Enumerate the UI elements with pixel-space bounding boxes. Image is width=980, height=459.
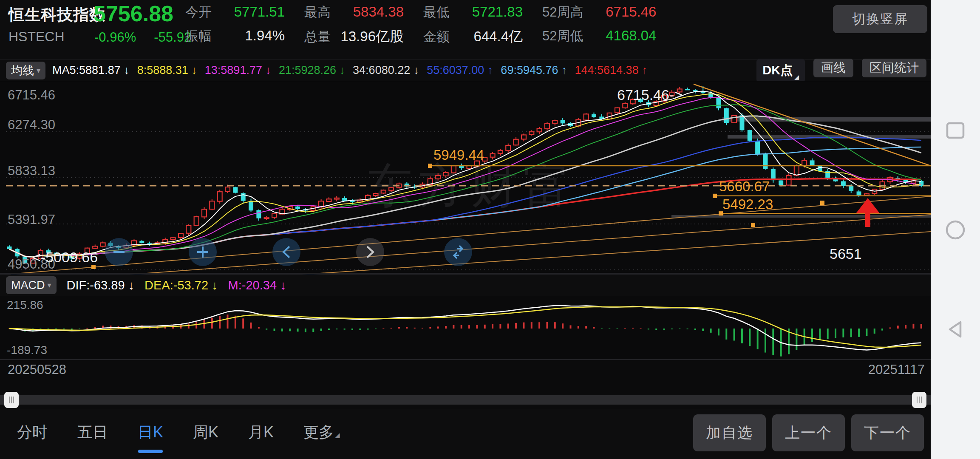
tab-label: 分时 (17, 423, 48, 441)
stat-value: 13.96亿股 (340, 27, 404, 46)
stat-value: 5834.38 (340, 4, 404, 20)
y-axis-label: 5391.97 (8, 212, 55, 227)
stat-value: 5721.83 (459, 4, 523, 20)
chevron-down-icon: ▾ (48, 280, 51, 290)
prev-button[interactable] (272, 238, 300, 266)
index-code: HSTECH (8, 29, 65, 45)
tab-周K[interactable]: 周K (193, 422, 218, 451)
stat-value: 6715.46 (592, 4, 656, 20)
last-price: 5756.88 (93, 1, 173, 26)
annotation-level-5660: 5660.67 (719, 178, 770, 195)
corner-triangle-icon: ◢ (335, 431, 340, 439)
quote-stat: 52周高6715.46 (542, 3, 656, 21)
quick-actions: 加自选上一个下一个 (693, 414, 924, 451)
ma-button-label: 均线 (11, 63, 34, 78)
stat-label: 总量 (304, 28, 331, 46)
tab-更多[interactable]: 更多◢ (303, 422, 340, 451)
macd-toolbar: MACD ▾ DIF:-63.89 ↓ DEA:-53.72 ↓ M:-20.3… (0, 274, 931, 296)
annotation-start-low: <-5009.66 (32, 249, 98, 266)
ma-legend-item: 55:6037.00 ↑ (427, 64, 493, 77)
macd-m-value: M:-20.34 ↓ (228, 278, 286, 292)
stat-value: 1.94% (221, 28, 285, 44)
macd-scale-max: 215.86 (7, 298, 43, 312)
annotation-recent-low: 5651 (830, 246, 862, 262)
tab-label: 日K (138, 423, 163, 441)
recents-square-icon[interactable] (946, 121, 965, 140)
kline-macd-canvas: 东方财富 (0, 81, 931, 360)
quote-stat: 金额644.4亿 (423, 27, 523, 46)
stat-label: 金额 (423, 28, 450, 46)
tab-label: 周K (193, 423, 218, 441)
kline-chart-area[interactable]: 东方财富 6715.46 6274.30 5833.13 5391.97 495… (0, 81, 931, 360)
range-stats-button[interactable]: 区间统计 (862, 59, 926, 77)
start-date-label: 20250528 (8, 362, 66, 377)
home-circle-icon[interactable] (946, 220, 965, 240)
stat-value: 5771.51 (221, 4, 285, 20)
ma-legend-item: 144:5614.38 ↑ (575, 64, 648, 77)
price-change: -0.96% -55.92 (94, 30, 191, 45)
indicator-select-button[interactable]: MACD ▾ (6, 276, 57, 294)
ma-legend-item: 69:5945.76 ↑ (501, 64, 567, 77)
stat-label: 最低 (423, 3, 450, 21)
scrollbar-left-handle[interactable] (4, 392, 19, 408)
macd-dea-line (9, 307, 921, 347)
ma-settings-button[interactable]: 均线 ▾ (6, 62, 45, 79)
android-nav-bar (931, 0, 980, 459)
index-name: 恒生科技指数 (8, 4, 105, 26)
rotate-screen-button[interactable]: 切换竖屏 (833, 5, 927, 33)
quote-stats-grid: 今开5771.51最高5834.38最低5721.8352周高6715.46振幅… (185, 3, 656, 46)
corner-triangle-icon: ◢ (794, 75, 799, 79)
ma-legend: MA5:5881.87 ↓8:5888.31 ↓13:5891.77 ↓21:5… (52, 64, 756, 77)
back-triangle-icon[interactable] (946, 320, 965, 339)
dk-point-button[interactable]: DK点 ◢ (756, 59, 805, 82)
period-tabs: 分时五日日K周K月K更多◢ (17, 422, 340, 451)
tab-月K[interactable]: 月K (248, 422, 274, 451)
y-axis-label: 6715.46 (8, 88, 55, 103)
quote-stat: 最低5721.83 (423, 3, 523, 21)
annotation-level-5949: 5949.44 (433, 147, 484, 163)
dk-button-label: DK点 (762, 62, 793, 79)
quote-stat: 振幅1.94% (185, 27, 285, 46)
ma-toolbar: 均线 ▾ MA5:5881.87 ↓8:5888.31 ↓13:5891.77 … (0, 60, 931, 81)
stat-value: 4168.04 (592, 28, 656, 44)
macd-dea-value: DEA:-53.72 ↓ (144, 278, 218, 292)
ma-legend-item: 34:6080.22 ↓ (353, 64, 419, 77)
tab-label: 更多 (303, 423, 334, 441)
action-button-加自选[interactable]: 加自选 (693, 414, 766, 451)
change-percent: -0.96% (94, 30, 136, 45)
quote-stat: 总量13.96亿股 (304, 27, 404, 46)
action-button-下一个[interactable]: 下一个 (851, 414, 924, 451)
ma-legend-item: 13:5891.77 ↓ (205, 64, 271, 77)
next-button[interactable] (356, 238, 384, 266)
macd-button-label: MACD (11, 279, 45, 292)
ma-legend-item: 21:5928.26 ↓ (279, 64, 345, 77)
macd-dif-value: DIF:-63.89 ↓ (67, 278, 135, 292)
stock-app-window: 恒生科技指数 HSTECH 5756.88 -0.96% -55.92 今开57… (0, 0, 980, 459)
quote-stat: 今开5771.51 (185, 3, 285, 21)
x-axis-dates: 20250528 20251117 (0, 362, 931, 383)
ma-legend-item: MA5:5881.87 ↓ (52, 64, 130, 77)
tab-分时[interactable]: 分时 (17, 422, 48, 451)
y-axis-label: 6274.30 (8, 117, 55, 133)
annotation-level-5492: 5492.23 (722, 196, 773, 212)
chart-tool-buttons: DK点 ◢ 画线 区间统计 (756, 59, 926, 82)
draw-line-button[interactable]: 画线 (813, 59, 853, 77)
annotation-peak-price: 6715.46-> (617, 87, 683, 103)
stat-label: 最高 (304, 3, 331, 21)
stat-label: 振幅 (185, 27, 212, 45)
tab-五日[interactable]: 五日 (77, 422, 108, 451)
stat-value: 644.4亿 (459, 27, 523, 46)
chevron-down-icon: ▾ (37, 66, 40, 75)
y-axis-label: 5833.13 (8, 163, 55, 178)
scrollbar-right-handle[interactable] (912, 392, 926, 408)
macd-histogram (8, 314, 922, 356)
tab-日K[interactable]: 日K (138, 422, 163, 451)
ma-legend-item: 8:5888.31 ↓ (137, 64, 197, 77)
gray-level-bands (671, 117, 931, 218)
period-tabbar: 分时五日日K周K月K更多◢ 加自选上一个下一个 (0, 409, 931, 459)
chart-range-scrollbar[interactable] (0, 391, 931, 409)
stat-label: 52周低 (542, 27, 583, 45)
action-button-上一个[interactable]: 上一个 (772, 414, 845, 451)
collapse-button[interactable] (444, 238, 472, 266)
scrollbar-track[interactable] (0, 395, 931, 405)
